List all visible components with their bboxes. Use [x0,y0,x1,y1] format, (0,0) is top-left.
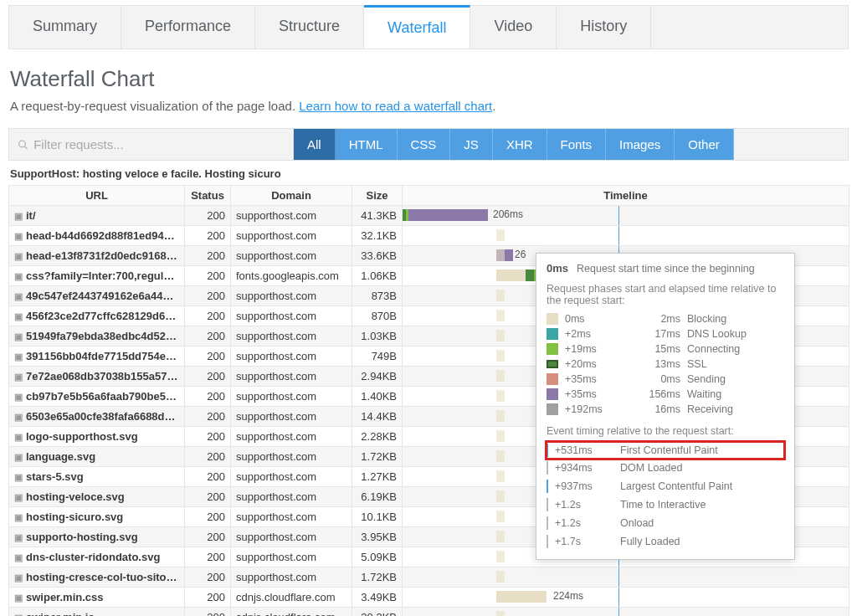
cell-url[interactable]: ▣head-b44d6692d88f81ed94e26f... [9,226,185,246]
phase-row: +35ms156msWaiting [547,387,784,402]
expand-icon[interactable]: ▣ [14,331,23,341]
col-domain[interactable]: Domain [231,186,352,206]
cell-url[interactable]: ▣7e72ae068db37038b155a57f8b... [9,367,185,387]
cell-url[interactable]: ▣dns-cluster-ridondato.svg [9,547,185,567]
tip-events-label: Event timing relative to the request sta… [547,425,784,437]
cell-status: 200 [185,306,231,326]
expand-icon[interactable]: ▣ [14,231,23,241]
cell-url[interactable]: ▣391156bb04fde7715dd754e5c... [9,346,185,367]
filter-input-wrap[interactable] [9,129,294,160]
cell-url[interactable]: ▣49c547ef2443749162e6a445d0... [9,286,185,306]
cell-size: 749B [352,346,403,367]
cell-status: 200 [185,547,231,567]
cell-domain: supporthost.com [231,387,352,407]
expand-icon[interactable]: ▣ [14,251,23,261]
event-marker-icon [547,461,548,475]
cell-status: 200 [185,367,231,387]
tip-phases-label: Request phases start and elapsed time re… [547,283,784,306]
tip-start-time: 0ms [547,262,568,275]
pill-xhr[interactable]: XHR [493,129,547,160]
cell-size: 32.1KB [352,226,403,246]
phase-row: +192ms16msReceiving [547,402,784,417]
expand-icon[interactable]: ▣ [14,452,23,462]
tip-start-label: Request start time since the beginning [577,263,755,275]
expand-icon[interactable]: ▣ [14,412,23,422]
cell-url[interactable]: ▣swiper.min.js [9,608,185,617]
cell-url[interactable]: ▣logo-supporthost.svg [9,427,185,447]
expand-icon[interactable]: ▣ [14,532,23,542]
pill-css[interactable]: CSS [398,129,451,160]
cell-status: 200 [185,407,231,427]
cell-url[interactable]: ▣hosting-veloce.svg [9,487,185,507]
table-row[interactable]: ▣swiper.min.css200cdnjs.cloudflare.com3.… [9,588,849,608]
expand-icon[interactable]: ▣ [14,492,23,502]
cell-url[interactable]: ▣language.svg [9,447,185,467]
cell-url[interactable]: ▣supporto-hosting.svg [9,527,185,547]
expand-icon[interactable]: ▣ [14,572,23,583]
pill-js[interactable]: JS [450,129,493,160]
connecting-swatch [547,343,558,355]
cell-url[interactable]: ▣swiper.min.css [9,588,185,608]
pill-other[interactable]: Other [675,129,734,160]
expand-icon[interactable]: ▣ [14,593,23,603]
event-row: +937msLargest Contentful Paint [547,477,784,495]
svg-point-0 [19,141,26,147]
table-row[interactable]: ▣it/200supporthost.com41.3KB206ms [9,206,849,226]
table-row[interactable]: ▣hosting-cresce-col-tuo-sito.svg200suppo… [9,567,849,588]
tab-video[interactable]: Video [470,6,557,49]
cell-url[interactable]: ▣cb97b7e5b56a6faab790be5567... [9,387,185,407]
event-marker-icon [547,535,548,548]
pill-html[interactable]: HTML [336,129,398,160]
cell-status: 200 [185,567,231,588]
cell-domain: supporthost.com [231,286,352,306]
tab-structure[interactable]: Structure [255,6,364,49]
expand-icon[interactable]: ▣ [14,372,23,382]
pill-images[interactable]: Images [606,129,675,160]
cell-status: 200 [185,527,231,547]
filter-input[interactable] [33,129,285,160]
tab-history[interactable]: History [557,6,651,49]
expand-icon[interactable]: ▣ [14,392,23,402]
cell-url[interactable]: ▣stars-5.svg [9,467,185,487]
learn-link[interactable]: Learn how to read a waterfall chart [299,99,492,113]
expand-icon[interactable]: ▣ [14,352,23,362]
tab-performance[interactable]: Performance [121,6,255,49]
expand-icon[interactable]: ▣ [14,432,23,442]
cell-domain: supporthost.com [231,346,352,367]
cell-url[interactable]: ▣6503e65a00cfe38fafa6688dbca... [9,407,185,427]
cell-size: 2.28KB [352,427,403,447]
cell-url[interactable]: ▣it/ [9,206,185,226]
cell-url[interactable]: ▣51949fa79ebda38edbc4d5209c... [9,326,185,346]
cell-url[interactable]: ▣456f23ce2d77cffc628129d6ea6... [9,306,185,326]
table-row[interactable]: ▣swiper.min.js200cdnjs.cloudflare.com30.… [9,608,849,617]
cell-status: 200 [185,588,231,608]
cell-url[interactable]: ▣hosting-sicuro.svg [9,507,185,527]
pill-all[interactable]: All [294,129,336,160]
event-marker-icon [547,480,548,493]
pill-fonts[interactable]: Fonts [547,129,607,160]
subtitle-text: A request-by-request visualization of th… [10,99,299,113]
tab-summary[interactable]: Summary [9,6,121,49]
expand-icon[interactable]: ▣ [14,613,23,616]
col-size[interactable]: Size [352,186,403,206]
col-status[interactable]: Status [185,186,231,206]
expand-icon[interactable]: ▣ [14,291,23,301]
cell-url[interactable]: ▣hosting-cresce-col-tuo-sito.svg [9,567,185,588]
expand-icon[interactable]: ▣ [14,552,23,562]
event-row: +531msFirst Contentful Paint [547,442,784,459]
expand-icon[interactable]: ▣ [14,311,23,321]
expand-icon[interactable]: ▣ [14,211,23,221]
cell-url[interactable]: ▣head-e13f8731f2d0edc916822b... [9,246,185,266]
event-marker-icon [547,444,548,457]
expand-icon[interactable]: ▣ [14,472,23,482]
col-url[interactable]: URL [9,186,185,206]
dns-swatch [547,328,558,340]
col-timeline[interactable]: Timeline [403,186,849,206]
tab-waterfall[interactable]: Waterfall [364,5,470,49]
expand-icon[interactable]: ▣ [14,512,23,522]
svg-line-1 [24,146,27,148]
table-row[interactable]: ▣head-b44d6692d88f81ed94e26f...200suppor… [9,226,849,246]
cell-url[interactable]: ▣css?family=Inter:700,regular,%... [9,266,185,286]
page-subtitle: A request-by-request visualization of th… [10,99,847,113]
expand-icon[interactable]: ▣ [14,271,23,281]
